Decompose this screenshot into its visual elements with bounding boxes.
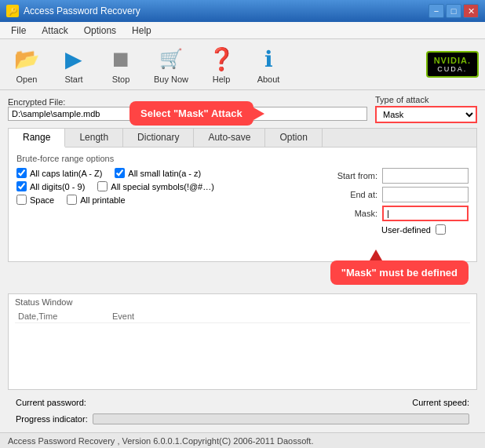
window-controls: − □ ✕ [428, 4, 479, 18]
checkbox-digits: All digits(0 - 9) [16, 181, 85, 191]
about-button[interactable]: ℹ About [248, 42, 289, 87]
small-label: All small latin(a - z) [128, 169, 201, 178]
status-section: Status Window Date,Time Event [8, 293, 477, 390]
start-icon: ▶ [60, 45, 88, 73]
mask-balloon-container: "Mask" must be defined [330, 249, 469, 285]
select-mask-balloon-container: Select "Mask" Attack [129, 101, 264, 126]
toolbar: 📂 Open ▶ Start ⏹ Stop 🛒 Buy Now ❓ Help ℹ… [0, 39, 485, 90]
checkbox-small: All small latin(a - z) [115, 168, 201, 178]
attack-type-select[interactable]: Mask Brute-force Dictionary [375, 106, 477, 123]
space-checkbox[interactable] [16, 195, 27, 205]
attack-type-group: Type of attack Mask Brute-force Dictiona… [375, 95, 477, 123]
checkboxes-area: All caps latin(A - Z) All small latin(a … [16, 168, 303, 235]
end-at-row: End at: [319, 187, 469, 202]
user-defined-row: User-defined [319, 224, 469, 235]
checkbox-row-3: Space All printable [16, 195, 303, 205]
user-defined-label: User-defined [381, 225, 431, 235]
checkbox-printable: All printable [67, 195, 125, 205]
select-mask-balloon: Select "Mask" Attack [129, 101, 253, 126]
menu-options[interactable]: Options [76, 24, 124, 38]
close-button[interactable]: ✕ [463, 4, 479, 18]
buynow-label: Buy Now [154, 75, 188, 84]
checkbox-caps: All caps latin(A - Z) [16, 168, 102, 178]
checkbox-space: Space [16, 195, 54, 205]
menu-file[interactable]: File [3, 24, 34, 38]
digits-label: All digits(0 - 9) [30, 182, 85, 191]
cuda-text: CUDA. [437, 65, 467, 73]
start-from-label: Start from: [319, 171, 377, 180]
progress-label: Progress indicator: [16, 414, 88, 424]
tab-autosave[interactable]: Auto-save [194, 129, 265, 147]
small-checkbox[interactable] [115, 168, 125, 178]
start-button[interactable]: ▶ Start [53, 42, 94, 87]
status-table: Date,Time Event [15, 310, 470, 323]
open-button[interactable]: 📂 Open [6, 42, 47, 87]
current-password-field: Current password: [16, 398, 86, 407]
caps-checkbox[interactable] [16, 168, 27, 178]
status-col-datetime: Date,Time [15, 310, 109, 323]
end-at-input[interactable] [382, 187, 469, 202]
mask-label: Mask: [319, 209, 377, 218]
attack-type-label: Type of attack [375, 95, 428, 104]
current-speed-field: Current speed: [412, 398, 469, 407]
fields-right: Start from: End at: Mask: User-defined [319, 168, 469, 235]
menu-bar: File Attack Options Help [0, 22, 485, 39]
current-password-label: Current password: [16, 398, 86, 407]
range-fields-container: All caps latin(A - Z) All small latin(a … [16, 168, 469, 235]
current-speed-label: Current speed: [412, 398, 469, 407]
caps-label: All caps latin(A - Z) [30, 169, 102, 178]
open-icon: 📂 [13, 45, 41, 73]
cart-icon: 🛒 [157, 45, 185, 73]
window-title: Access Password Recovery [24, 5, 428, 16]
checkbox-row-1: All caps latin(A - Z) All small latin(a … [16, 168, 303, 178]
status-col-event: Event [109, 310, 470, 323]
footer: Access Password Recovery , Version 6.0.0… [0, 432, 485, 448]
progress-bar [93, 413, 469, 424]
info-icon: ℹ [254, 45, 283, 73]
status-display-area [15, 323, 470, 386]
checkbox-special: All special symbols(!@#…) [97, 181, 214, 191]
mask-input[interactable] [382, 206, 469, 221]
nvidia-badge: NVIDIA. CUDA. [426, 51, 479, 78]
special-checkbox[interactable] [97, 181, 108, 191]
help-button[interactable]: ❓ Help [201, 42, 242, 87]
range-section-title: Brute-force range options [16, 154, 469, 163]
nvidia-text: NVIDIA. [434, 56, 471, 65]
help-label: Help [213, 75, 231, 84]
start-from-input[interactable] [382, 168, 469, 184]
printable-label: All printable [80, 195, 125, 205]
minimize-button[interactable]: − [428, 4, 444, 18]
footer-text: Access Password Recovery , Version 6.0.0… [8, 436, 313, 446]
balloon-arrow-right [253, 107, 264, 120]
tab-dictionary[interactable]: Dictionary [123, 129, 194, 147]
help-icon: ❓ [207, 45, 235, 73]
tab-length[interactable]: Length [65, 129, 123, 147]
menu-help[interactable]: Help [124, 24, 159, 38]
open-label: Open [16, 75, 38, 84]
start-label: Start [64, 75, 82, 84]
buynow-button[interactable]: 🛒 Buy Now [148, 42, 195, 87]
mask-must-defined-balloon: "Mask" must be defined [330, 260, 469, 285]
maximize-button[interactable]: □ [446, 4, 461, 18]
mask-balloon-arrow-up [370, 249, 382, 260]
tab-range[interactable]: Range [9, 129, 65, 148]
stop-button[interactable]: ⏹ Stop [100, 42, 141, 87]
menu-attack[interactable]: Attack [34, 24, 75, 38]
digits-checkbox[interactable] [16, 181, 27, 191]
bottom-bar: Current password: Current speed: [8, 395, 477, 410]
user-defined-checkbox[interactable] [436, 224, 446, 235]
content-area: Encrypted File: Type of attack Mask Brut… [0, 90, 485, 432]
start-from-row: Start from: [319, 168, 469, 184]
stop-icon: ⏹ [107, 45, 135, 73]
title-bar: 🔑 Access Password Recovery − □ ✕ [0, 0, 485, 22]
tab-range-content: Brute-force range options All caps latin… [9, 148, 476, 261]
space-label: Space [30, 195, 54, 205]
mask-row: Mask: [319, 206, 469, 221]
progress-row: Progress indicator: [8, 410, 477, 428]
printable-checkbox[interactable] [67, 195, 77, 205]
tab-option[interactable]: Option [265, 129, 322, 147]
tabs-container: Range Length Dictionary Auto-save Option… [8, 128, 477, 262]
status-title: Status Window [15, 297, 470, 307]
checkbox-row-2: All digits(0 - 9) All special symbols(!@… [16, 181, 303, 191]
tabs-header: Range Length Dictionary Auto-save Option [9, 129, 476, 148]
